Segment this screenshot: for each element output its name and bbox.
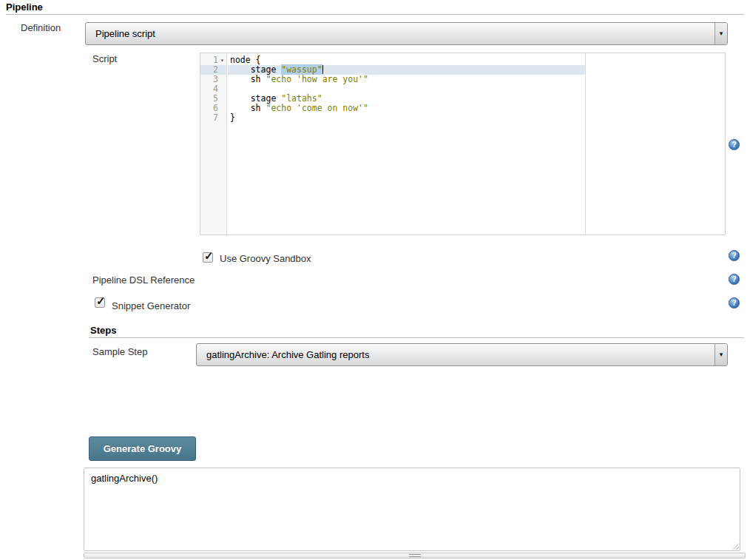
- editor-code[interactable]: node { stage "wassup" sh "echo 'how are …: [228, 53, 725, 235]
- checkmark-icon: ✓: [204, 249, 214, 263]
- code-token: "echo 'how are you'": [266, 74, 368, 84]
- use-groovy-sandbox-label: Use Groovy Sandbox: [220, 253, 311, 264]
- pipeline-dsl-reference-link[interactable]: Pipeline DSL Reference: [92, 274, 195, 286]
- sample-step-label: Sample Step: [92, 346, 147, 357]
- pipeline-config-page: Pipeline Definition Pipeline script ▾ Sc…: [0, 0, 750, 560]
- fold-arrow-icon[interactable]: ▾: [218, 55, 226, 65]
- checkmark-icon: ✓: [96, 294, 106, 308]
- pipeline-section-divider: [6, 14, 744, 15]
- code-line[interactable]: }: [228, 113, 725, 123]
- snippet-generator-label: Snippet Generator: [112, 300, 190, 311]
- dsl-reference-help-icon[interactable]: ?: [729, 274, 740, 285]
- chevron-down-icon[interactable]: ▾: [714, 344, 727, 365]
- sample-step-select-value: gatlingArchive: Archive Gatling reports: [206, 344, 369, 365]
- snippet-generator-checkbox[interactable]: ✓: [95, 297, 105, 308]
- drag-handle-icon: [409, 554, 421, 557]
- definition-label: Definition: [21, 22, 61, 33]
- generate-groovy-button[interactable]: Generate Groovy: [89, 436, 196, 461]
- line-number: 7: [200, 113, 218, 123]
- pipeline-section-title: Pipeline: [6, 1, 43, 13]
- script-help-icon[interactable]: ?: [729, 139, 740, 150]
- definition-select[interactable]: Pipeline script ▾: [85, 22, 728, 45]
- use-groovy-sandbox-checkbox[interactable]: ✓: [203, 252, 213, 263]
- steps-section-divider: [89, 337, 744, 338]
- gutter-line: 7: [200, 113, 226, 123]
- editor-gutter: 1▾234567: [200, 53, 227, 235]
- code-token: node {: [230, 55, 261, 65]
- chevron-down-glyph: ▾: [720, 30, 723, 37]
- editor-ruler: [585, 53, 586, 235]
- text-cursor: [322, 65, 323, 74]
- steps-section-title: Steps: [90, 325, 116, 336]
- sandbox-help-icon[interactable]: ?: [729, 250, 740, 261]
- definition-select-value: Pipeline script: [95, 23, 155, 44]
- code-line[interactable]: sh "echo 'how are you'": [228, 75, 725, 84]
- sample-step-select[interactable]: gatlingArchive: Archive Gatling reports …: [196, 343, 728, 366]
- textarea-resize-bar[interactable]: [84, 553, 746, 559]
- code-line[interactable]: sh "echo 'come on now'": [228, 104, 725, 113]
- code-token: sh: [230, 103, 266, 113]
- chevron-down-glyph: ▾: [720, 351, 723, 358]
- code-token: stage: [230, 93, 281, 104]
- chevron-down-icon[interactable]: ▾: [714, 23, 727, 44]
- groovy-output-container: gatlingArchive(): [84, 468, 740, 551]
- script-code-editor[interactable]: 1▾234567 node { stage "wassup" sh "echo …: [200, 53, 726, 235]
- code-token: }: [230, 112, 235, 123]
- code-token: stage: [230, 64, 281, 75]
- script-label: Script: [92, 53, 117, 64]
- groovy-output-textarea[interactable]: gatlingArchive(): [84, 468, 740, 551]
- code-token: sh: [230, 74, 266, 84]
- code-token: "wassup": [281, 64, 322, 75]
- code-token: "echo 'come on now'": [266, 103, 368, 113]
- code-token: "latahs": [281, 93, 322, 104]
- snippet-generator-help-icon[interactable]: ?: [729, 297, 740, 308]
